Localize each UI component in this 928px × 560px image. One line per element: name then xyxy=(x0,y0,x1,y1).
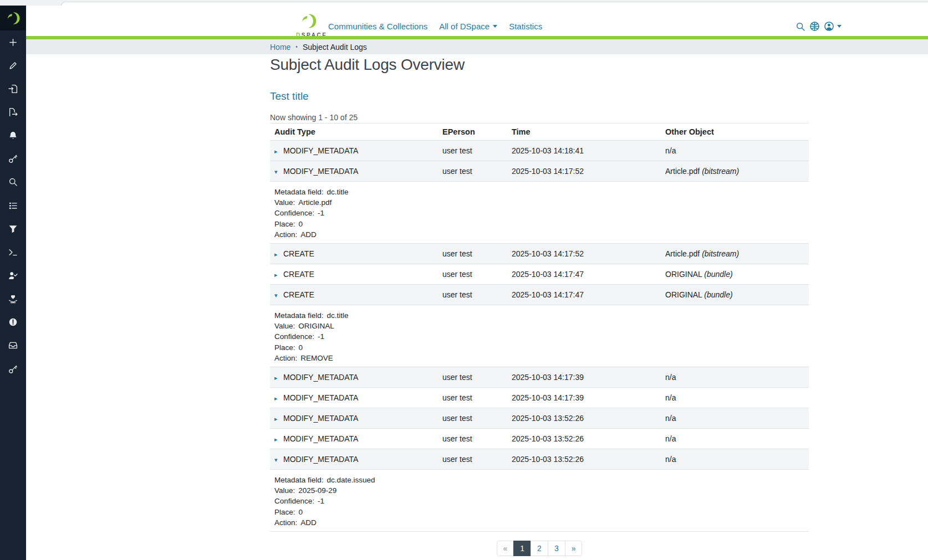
detail-line: Confidence:-1 xyxy=(274,496,804,506)
user-menu-button[interactable] xyxy=(824,21,842,32)
detail-label: Metadata field: xyxy=(274,188,324,196)
header-dspace-logo[interactable]: DSPACE xyxy=(296,13,322,38)
pagination-link[interactable]: 1 xyxy=(513,541,531,556)
detail-value: dc.date.issued xyxy=(327,476,375,484)
detail-value: ADD xyxy=(300,230,317,239)
key-icon xyxy=(8,364,18,374)
detail-line: Action:REMOVE xyxy=(274,353,804,363)
audit-log-row[interactable]: ▸MODIFY_METADATAuser test2025-10-03 14:1… xyxy=(270,367,809,388)
sidebar-item-alert[interactable] xyxy=(0,316,26,329)
audit-log-detail-row: Metadata field:dc.date.issuedValue:2025-… xyxy=(270,470,809,532)
audit-log-detail-row: Metadata field:dc.titleValue:ORIGINALCon… xyxy=(270,305,809,367)
time: 2025-10-03 14:17:52 xyxy=(507,244,661,264)
nav-link-statistics[interactable]: Statistics xyxy=(509,22,542,31)
sidebar-item-pencil[interactable] xyxy=(0,59,26,72)
pagination-link[interactable]: « xyxy=(497,541,514,556)
language-button[interactable] xyxy=(809,21,820,32)
column-header-eperson: EPerson xyxy=(438,124,507,141)
filter-icon xyxy=(8,224,18,234)
caret-down-icon[interactable]: ▾ xyxy=(274,292,281,299)
other-object: ORIGINAL xyxy=(665,290,702,299)
time: 2025-10-03 14:17:39 xyxy=(507,367,661,388)
detail-line: Action:ADD xyxy=(274,517,804,528)
other-object: n/a xyxy=(665,434,676,443)
detail-line: Value:2025-09-29 xyxy=(274,485,804,496)
other-object-kind: (bundle) xyxy=(704,270,732,279)
detail-value: 0 xyxy=(299,220,303,228)
audit-log-row[interactable]: ▸CREATEuser test2025-10-03 14:17:52Artic… xyxy=(270,244,809,264)
audit-log-row[interactable]: ▾MODIFY_METADATAuser test2025-10-03 13:5… xyxy=(270,449,809,470)
pagination-page-1: 1 xyxy=(514,541,531,556)
detail-line: Metadata field:dc.date.issued xyxy=(274,475,804,485)
nav-link-label: Communities & Collections xyxy=(328,22,427,31)
eperson: user test xyxy=(438,408,507,429)
audit-log-row[interactable]: ▾CREATEuser test2025-10-03 14:17:47ORIGI… xyxy=(270,285,809,305)
pagination-page-3: 3 xyxy=(548,541,565,556)
sidebar-item-key-2[interactable] xyxy=(0,362,26,376)
pagination-link[interactable]: 2 xyxy=(531,541,548,556)
nav-link-all-of-dspace[interactable]: All of DSpace xyxy=(439,22,497,31)
eperson: user test xyxy=(438,141,507,161)
sidebar-item-bell[interactable] xyxy=(0,129,26,142)
sidebar-item-list[interactable] xyxy=(0,199,26,212)
other-object-kind: (bitstream) xyxy=(702,167,739,176)
top-header: DSPACE Communities & CollectionsAll of D… xyxy=(26,6,928,36)
detail-label: Action: xyxy=(274,230,297,239)
caret-right-icon[interactable]: ▸ xyxy=(274,436,281,443)
detail-line: Confidence:-1 xyxy=(274,208,804,218)
sidebar-item-inbox[interactable] xyxy=(0,339,26,352)
list-icon xyxy=(8,201,18,210)
audit-log-row[interactable]: ▸MODIFY_METADATAuser test2025-10-03 13:5… xyxy=(270,429,809,449)
dspace-logo-icon xyxy=(300,13,317,29)
breadcrumb-home-link[interactable]: Home xyxy=(270,43,290,52)
pagination-next: » xyxy=(565,541,583,556)
subject-title-link[interactable]: Test title xyxy=(270,90,309,102)
caret-down-icon[interactable]: ▾ xyxy=(274,456,281,464)
audit-log-row[interactable]: ▸CREATEuser test2025-10-03 14:17:47ORIGI… xyxy=(270,264,809,285)
time: 2025-10-03 13:52:26 xyxy=(507,449,661,470)
caret-right-icon[interactable]: ▸ xyxy=(274,374,281,382)
sidebar-item-plus[interactable] xyxy=(0,35,26,49)
sidebar-item-search[interactable] xyxy=(0,176,26,189)
caret-right-icon[interactable]: ▸ xyxy=(274,148,281,155)
detail-label: Metadata field: xyxy=(274,476,324,484)
sidebar-item-user-check[interactable] xyxy=(0,269,26,282)
sidebar-item-key[interactable] xyxy=(0,152,26,166)
time: 2025-10-03 14:17:52 xyxy=(507,161,661,182)
pagination-link[interactable]: » xyxy=(565,541,583,556)
detail-value: dc.title xyxy=(327,311,349,320)
page-title: Subject Audit Logs Overview xyxy=(270,56,465,74)
sidebar-item-filter[interactable] xyxy=(0,222,26,235)
nav-link-communities-collections[interactable]: Communities & Collections xyxy=(328,22,427,31)
detail-value: 2025-09-29 xyxy=(298,486,336,495)
detail-line: Metadata field:dc.title xyxy=(274,187,804,197)
chevron-down-icon xyxy=(837,25,842,28)
audit-type: MODIFY_METADATA xyxy=(283,393,358,402)
breadcrumb: Home • Subject Audit Logs xyxy=(26,39,928,54)
other-object: n/a xyxy=(665,414,676,423)
caret-right-icon[interactable]: ▸ xyxy=(274,251,281,258)
caret-right-icon[interactable]: ▸ xyxy=(274,415,281,423)
sidebar-item-hand-heart[interactable] xyxy=(0,292,26,306)
nav-link-label: All of DSpace xyxy=(439,22,490,31)
audit-log-row[interactable]: ▾MODIFY_METADATAuser test2025-10-03 14:1… xyxy=(270,161,809,182)
audit-log-row[interactable]: ▸MODIFY_METADATAuser test2025-10-03 14:1… xyxy=(270,388,809,408)
search-button[interactable] xyxy=(796,22,805,32)
audit-type: MODIFY_METADATA xyxy=(283,434,358,443)
audit-log-row[interactable]: ▸MODIFY_METADATAuser test2025-10-03 13:5… xyxy=(270,408,809,429)
hand-heart-icon xyxy=(8,294,18,304)
sidebar-item-file-import[interactable] xyxy=(0,82,26,95)
sidebar-item-file-export[interactable] xyxy=(0,105,26,119)
detail-line: Place:0 xyxy=(274,342,804,353)
time: 2025-10-03 14:18:41 xyxy=(507,141,661,161)
caret-right-icon[interactable]: ▸ xyxy=(274,395,281,402)
audit-log-row[interactable]: ▸MODIFY_METADATAuser test2025-10-03 14:1… xyxy=(270,141,809,161)
sidebar-item-terminal[interactable] xyxy=(0,245,26,259)
caret-right-icon[interactable]: ▸ xyxy=(274,271,281,279)
detail-value: ADD xyxy=(300,518,317,527)
time: 2025-10-03 14:17:47 xyxy=(507,264,661,285)
sidebar-dspace-logo[interactable] xyxy=(0,6,26,30)
pagination-link[interactable]: 3 xyxy=(548,541,565,556)
other-object: n/a xyxy=(665,393,676,402)
caret-down-icon[interactable]: ▾ xyxy=(274,168,281,176)
